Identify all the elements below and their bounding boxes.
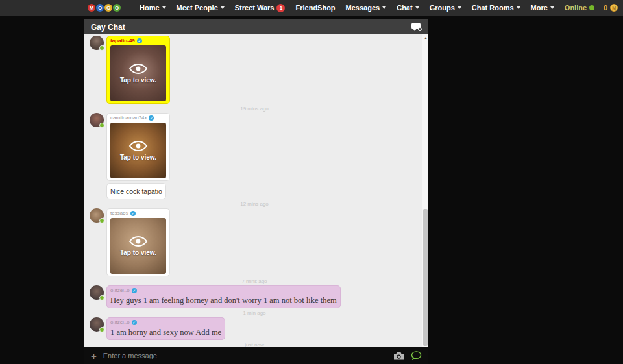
username-text: carolinaman74x	[110, 115, 147, 121]
nav-label: Groups	[430, 4, 455, 12]
camera-button[interactable]	[393, 352, 404, 360]
nav-item-meet-people[interactable]: Meet People	[177, 4, 225, 12]
message-input[interactable]	[103, 352, 387, 359]
nav-status-area: Online 0 M 0 Help	[565, 4, 623, 12]
timestamp: just now	[90, 342, 419, 347]
message-username[interactable]: tessa69 ✓	[110, 210, 166, 217]
notification-badge: 1	[276, 4, 285, 12]
message-text: 1 am horny and sexy now Add me	[110, 328, 221, 337]
nav-item-street-wars[interactable]: Street Wars 1	[235, 4, 286, 12]
add-attachment-icon[interactable]: +	[91, 351, 97, 361]
nav-label: More	[531, 4, 548, 12]
nav-label: Chat Rooms	[472, 4, 514, 12]
chat-input-bar: +	[84, 347, 428, 364]
verified-icon: ✓	[132, 320, 137, 325]
speech-bubble-icon	[411, 351, 422, 360]
username-text: o.itzel..o	[110, 287, 130, 294]
verified-icon: ✓	[130, 211, 136, 216]
avatar[interactable]	[90, 36, 104, 50]
chat-message: carolinaman74x ✓ Tap to view. Nice cock …	[90, 113, 419, 199]
online-dot-icon	[99, 45, 104, 51]
verified-icon: ✓	[137, 38, 142, 43]
nav-label: Messages	[346, 4, 380, 12]
avatar[interactable]	[90, 285, 104, 300]
timestamp: 12 mins ago	[90, 201, 419, 207]
online-dot-icon	[99, 327, 104, 332]
chat-bubble-button[interactable]	[411, 351, 422, 360]
chat-bubble-tail	[413, 29, 417, 31]
nav-item-messages[interactable]: Messages	[346, 4, 387, 12]
coin-balance[interactable]: 0 M	[604, 4, 618, 12]
message-bubble: Nice cock tapatio	[106, 183, 166, 199]
message-username[interactable]: o.itzel..o ✓	[110, 319, 221, 326]
scrollbar-thumb[interactable]	[423, 209, 428, 346]
verified-icon: ✓	[132, 288, 137, 293]
username-text: tessa69	[110, 210, 128, 217]
nav-label: Chat	[397, 4, 412, 12]
nav-item-chat[interactable]: Chat	[397, 4, 419, 12]
message-bubble: o.itzel..o ✓ 1 am horny and sexy now Add…	[106, 317, 225, 340]
username-text: tapatio-49	[110, 38, 135, 44]
logo-letter: M	[88, 4, 95, 12]
message-text: Nice cock tapatio	[110, 188, 162, 195]
tap-to-view-image[interactable]: Tap to view.	[110, 123, 166, 178]
chat-header: Gay Chat	[84, 19, 428, 34]
tap-to-view-image[interactable]: Tap to view.	[110, 218, 166, 274]
message-username[interactable]: tapatio-49 ✓	[110, 38, 166, 44]
timestamp: 7 mins ago	[90, 278, 419, 284]
avatar[interactable]	[90, 113, 104, 127]
online-dot-icon	[589, 5, 594, 10]
top-nav-bar: M O C O Home Meet People Street Wars 1 F…	[0, 0, 623, 16]
chat-panel: Gay Chat tapatio-49 ✓	[84, 19, 428, 364]
timestamp: 1 min ago	[90, 310, 419, 316]
chat-message-list: tapatio-49 ✓ Tap to view. 19 mins ago	[84, 34, 428, 347]
message-bubble: tessa69 ✓ Tap to view.	[106, 208, 170, 276]
logo-letter: O	[113, 4, 121, 12]
scroll-up-arrow-icon[interactable]: ▲	[422, 36, 428, 40]
nav-label: Meet People	[177, 4, 218, 12]
chat-message: o.itzel..o ✓ 1 am horny and sexy now Add…	[90, 317, 419, 340]
tap-to-view-image[interactable]: Tap to view.	[110, 45, 166, 101]
eye-icon	[128, 140, 148, 152]
avatar[interactable]	[90, 317, 104, 332]
coin-count: 0	[604, 4, 607, 12]
tap-to-view-label: Tap to view.	[120, 77, 156, 84]
nav-item-friendshop[interactable]: FriendShop	[295, 4, 335, 12]
tap-to-view-label: Tap to view.	[120, 249, 156, 256]
nav-label: FriendShop	[295, 4, 335, 12]
chat-message: tessa69 ✓ Tap to view.	[90, 208, 419, 276]
chevron-down-icon	[458, 6, 461, 9]
chevron-down-icon	[415, 6, 419, 9]
nav-item-groups[interactable]: Groups	[430, 4, 461, 12]
nav-item-chat-rooms[interactable]: Chat Rooms	[472, 4, 520, 12]
timestamp: 19 mins ago	[90, 106, 419, 112]
chevron-down-icon	[382, 6, 386, 9]
eye-icon	[128, 63, 148, 75]
chat-room-title: Gay Chat	[91, 23, 125, 32]
settings-badge	[418, 27, 422, 31]
nav-label: Home	[140, 4, 160, 12]
online-dot-icon	[99, 123, 104, 128]
avatar[interactable]	[90, 208, 104, 223]
message-bubble: carolinaman74x ✓ Tap to view.	[106, 113, 170, 181]
message-username[interactable]: carolinaman74x ✓	[110, 115, 166, 121]
chat-message: tapatio-49 ✓ Tap to view.	[90, 36, 419, 104]
online-dot-icon	[99, 218, 104, 223]
camera-icon	[393, 352, 404, 360]
logo-letter: C	[104, 4, 112, 12]
chevron-down-icon	[550, 6, 554, 9]
coin-icon: M	[610, 4, 618, 12]
moco-logo[interactable]: M O C O	[88, 4, 121, 12]
nav-item-home[interactable]: Home	[140, 4, 166, 12]
message-text: Hey guys 1 am feeling horney and don't w…	[110, 296, 337, 305]
message-bubble-highlighted: tapatio-49 ✓ Tap to view.	[106, 36, 170, 104]
chat-scrollbar[interactable]: ▲	[422, 34, 428, 347]
logo-letter: O	[96, 4, 104, 12]
nav-label: Street Wars	[235, 4, 275, 12]
chat-settings-icon[interactable]	[411, 23, 422, 31]
online-label: Online	[565, 4, 587, 12]
eye-icon	[128, 236, 148, 247]
message-username[interactable]: o.itzel..o ✓	[110, 287, 337, 294]
online-status[interactable]: Online	[565, 4, 594, 12]
nav-item-more[interactable]: More	[531, 4, 554, 12]
